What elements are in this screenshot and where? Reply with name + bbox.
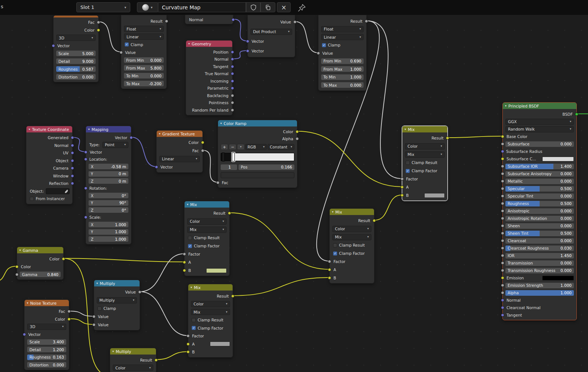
- checkbox[interactable]: [30, 197, 34, 201]
- node-mix-4[interactable]: ▾MixResultColor▾Mix▾Clamp Result✓Clamp F…: [188, 284, 233, 357]
- remove-stop-button[interactable]: −: [229, 144, 236, 150]
- number-field[interactable]: IOR1.450: [505, 253, 574, 259]
- dropdown[interactable]: Color▾: [332, 226, 371, 232]
- input-socket[interactable]: [501, 142, 504, 146]
- input-socket[interactable]: [186, 350, 190, 354]
- input-socket[interactable]: [52, 44, 55, 47]
- dropdown[interactable]: Color▾: [405, 143, 445, 150]
- number-field[interactable]: Transmission Roughness0.000: [505, 268, 574, 273]
- number-field[interactable]: X0°: [89, 193, 128, 198]
- dropdown[interactable]: Linear▾: [124, 33, 164, 40]
- input-socket[interactable]: [501, 254, 504, 257]
- output-socket[interactable]: [231, 294, 234, 298]
- node-texture-coordinate[interactable]: ▾Texture CoordinateGeneratedNormalUVObje…: [26, 126, 73, 204]
- number-field[interactable]: From Min0.000: [124, 57, 164, 63]
- checkbox[interactable]: ✓: [192, 326, 196, 330]
- node-header[interactable]: ▾Mapping: [86, 126, 131, 132]
- ramp-stop-handle[interactable]: [232, 153, 235, 161]
- output-socket[interactable]: [71, 167, 74, 170]
- number-field[interactable]: To Max-0.200: [124, 81, 164, 86]
- number-field[interactable]: Z0°: [89, 207, 128, 213]
- node-header[interactable]: ▾Multiply: [94, 280, 140, 286]
- add-stop-button[interactable]: +: [221, 144, 228, 150]
- node-header[interactable]: ▾Gradient Texture: [157, 131, 202, 137]
- ramp-options-dropdown[interactable]: ▾: [237, 144, 245, 150]
- checkbox[interactable]: ✓: [125, 42, 129, 46]
- node-principled-bsdf[interactable]: ▾Principled BSDFBSDFGGX▾Random Walk▾Base…: [502, 102, 577, 320]
- dropdown[interactable]: Linear▾: [159, 156, 200, 162]
- input-socket[interactable]: [501, 187, 504, 190]
- input-socket[interactable]: [501, 314, 504, 317]
- input-socket[interactable]: [501, 135, 504, 138]
- node-map-range-1[interactable]: ResultFloat▾Linear▾✓ClampValueFrom Min0.…: [121, 15, 167, 89]
- node-bevel-partial[interactable]: Normal: [185, 14, 233, 24]
- stop-position-field[interactable]: Pos0.166: [239, 164, 294, 170]
- dropdown[interactable]: Mix▾: [332, 234, 371, 240]
- color-swatch[interactable]: [424, 193, 445, 198]
- output-socket[interactable]: [67, 317, 71, 321]
- output-socket[interactable]: [231, 94, 234, 97]
- number-field[interactable]: Roughness0.163: [27, 355, 66, 360]
- input-socket[interactable]: [186, 334, 190, 338]
- input-socket[interactable]: [183, 253, 186, 256]
- color-mode-dropdown[interactable]: RGB▾: [245, 144, 267, 150]
- input-socket[interactable]: [501, 299, 504, 302]
- output-socket[interactable]: [154, 358, 158, 362]
- number-field[interactable]: Roughnes0.587: [56, 66, 96, 72]
- dropdown[interactable]: Random Walk▾: [505, 126, 574, 132]
- node-multiply-math[interactable]: ▾MultiplyValueMultiply▾ClampValueValue: [94, 280, 140, 330]
- output-socket[interactable]: [71, 151, 74, 155]
- slot-dropdown[interactable]: Slot 1 ▾: [76, 2, 130, 12]
- node-color-ramp[interactable]: ▾Color RampColorAlpha+−▾RGB▾Constant▾1Po…: [218, 120, 297, 188]
- collapse-chevron-icon[interactable]: ▾: [19, 249, 21, 252]
- collapse-chevron-icon[interactable]: ▾: [96, 282, 98, 285]
- input-socket[interactable]: [92, 315, 96, 318]
- input-socket[interactable]: [84, 187, 87, 190]
- number-field[interactable]: Subsurface IOR1.400: [505, 164, 574, 169]
- number-field[interactable]: Distortion0.000: [27, 362, 66, 368]
- number-field[interactable]: Roughness0.500: [505, 201, 574, 206]
- input-socket[interactable]: [501, 172, 504, 176]
- output-socket[interactable]: [293, 20, 297, 24]
- pin-button[interactable]: [297, 3, 308, 13]
- input-socket[interactable]: [501, 306, 504, 310]
- output-socket[interactable]: [228, 212, 231, 215]
- number-field[interactable]: Z1.000: [89, 236, 128, 242]
- output-socket[interactable]: [575, 113, 578, 116]
- number-field[interactable]: Z0 m: [89, 178, 128, 184]
- input-socket[interactable]: [501, 247, 504, 250]
- interpolation-dropdown[interactable]: Constant▾: [268, 144, 294, 150]
- node-header[interactable]: ▾Gamma: [17, 247, 63, 253]
- output-socket[interactable]: [97, 20, 100, 24]
- material-name-input[interactable]: [158, 2, 246, 12]
- input-socket[interactable]: [183, 261, 186, 264]
- color-swatch[interactable]: [210, 341, 230, 346]
- number-field[interactable]: Y90°: [89, 200, 128, 206]
- checkbox[interactable]: ✓: [188, 244, 192, 248]
- collapse-chevron-icon[interactable]: ▾: [188, 42, 190, 45]
- input-socket[interactable]: [501, 284, 504, 287]
- dropdown[interactable]: Dot Product▾: [250, 29, 292, 35]
- number-field[interactable]: Gamma0.840: [20, 272, 61, 277]
- input-socket[interactable]: [216, 181, 220, 184]
- node-header[interactable]: ▾Texture Coordinate: [26, 126, 72, 132]
- number-field[interactable]: From Max1.000: [321, 66, 364, 72]
- dropdown[interactable]: Mix▾: [187, 227, 227, 233]
- output-socket[interactable]: [231, 79, 234, 83]
- node-gradient-texture[interactable]: ▾Gradient TextureColorFacLinear▾Vector: [156, 130, 203, 173]
- input-socket[interactable]: [328, 276, 331, 280]
- dropdown[interactable]: GGX▾: [505, 119, 574, 125]
- node-header[interactable]: ▾Mix: [188, 284, 233, 291]
- input-socket[interactable]: [501, 202, 504, 205]
- output-socket[interactable]: [71, 144, 74, 147]
- node-header[interactable]: ▾Noise Texture: [25, 300, 69, 306]
- node-header[interactable]: ▾Geometry: [186, 41, 232, 47]
- input-socket[interactable]: [501, 269, 504, 272]
- output-socket[interactable]: [71, 136, 74, 140]
- number-field[interactable]: Detail9.000: [56, 58, 96, 64]
- checkbox[interactable]: [192, 318, 196, 322]
- collapse-chevron-icon[interactable]: ▾: [29, 128, 30, 131]
- output-socket[interactable]: [365, 19, 368, 23]
- input-socket[interactable]: [501, 165, 504, 168]
- dropdown[interactable]: Point▾: [102, 142, 128, 148]
